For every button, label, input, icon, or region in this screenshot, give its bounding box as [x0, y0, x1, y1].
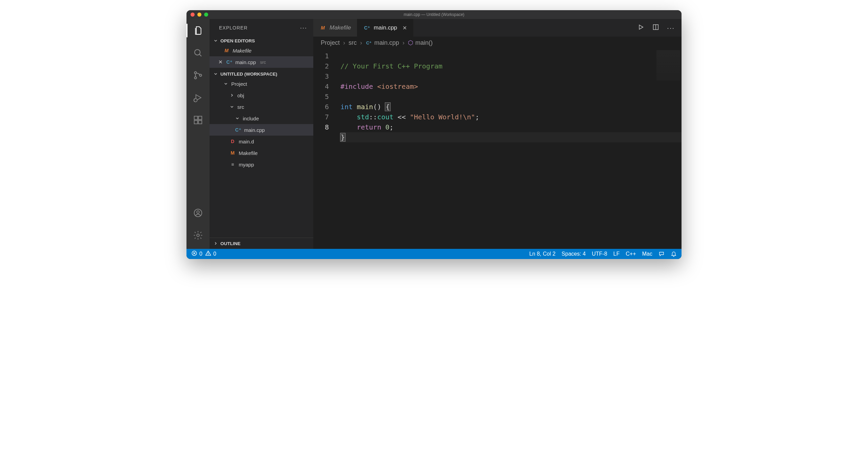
- chevron-down-icon: [229, 104, 235, 110]
- cpp-file-icon: C⁺: [235, 126, 241, 133]
- sidebar-more-icon[interactable]: ···: [300, 24, 307, 32]
- window-close-button[interactable]: [191, 13, 195, 17]
- traffic-lights: [191, 13, 208, 17]
- window-title: main.cpp — Untitled (Workspace): [186, 12, 682, 17]
- workspace-section[interactable]: UNTITLED (WORKSPACE): [210, 70, 313, 78]
- chevron-down-icon: [213, 38, 218, 43]
- tree-folder-include[interactable]: include: [210, 113, 313, 124]
- tree-file-makefile[interactable]: M Makefile: [210, 147, 313, 159]
- window-maximize-button[interactable]: [204, 13, 208, 17]
- sidebar-title: EXPLORER: [219, 25, 248, 31]
- d-file-icon: D: [229, 138, 236, 145]
- file-tree: Project obj src include C⁺ main.cpp: [210, 78, 313, 172]
- tree-label: include: [243, 116, 259, 121]
- breadcrumb-item[interactable]: Project: [321, 39, 340, 46]
- status-language-mode[interactable]: C++: [626, 251, 636, 257]
- status-bar: 0 0 Ln 8, Col 2 Spaces: 4 UTF-8 LF C++ M…: [186, 249, 682, 259]
- tab-label: Makefile: [330, 24, 351, 31]
- tree-label: myapp: [239, 162, 254, 167]
- svg-point-14: [197, 211, 199, 214]
- status-warnings[interactable]: 0: [205, 250, 216, 258]
- tab-makefile[interactable]: M Makefile: [313, 19, 357, 37]
- tab-maincpp[interactable]: C⁺ main.cpp ✕: [357, 19, 413, 37]
- svg-rect-12: [198, 116, 202, 120]
- svg-line-8: [194, 101, 195, 101]
- vscode-window: main.cpp — Untitled (Workspace): [186, 10, 682, 259]
- tree-file-maind[interactable]: D main.d: [210, 136, 313, 147]
- open-editor-label: Makefile: [233, 48, 252, 54]
- status-encoding[interactable]: UTF-8: [592, 251, 607, 257]
- chevron-right-icon: [229, 93, 235, 98]
- breadcrumb-item[interactable]: src: [349, 39, 357, 46]
- breadcrumb-item[interactable]: ⬡ main(): [408, 39, 433, 46]
- line-number-gutter: 1 2 3 4 5 6 7 8: [313, 49, 334, 249]
- chevron-down-icon: [235, 116, 240, 121]
- warning-icon: [205, 250, 211, 258]
- svg-rect-9: [194, 116, 198, 120]
- tree-file-maincpp[interactable]: C⁺ main.cpp: [210, 124, 313, 136]
- svg-rect-10: [194, 120, 198, 124]
- code-editor[interactable]: 1 2 3 4 5 6 7 8 // Your First C++ Progra…: [313, 49, 682, 249]
- sidebar-header: EXPLORER ···: [210, 19, 313, 37]
- tree-folder-project[interactable]: Project: [210, 78, 313, 90]
- open-editor-dir: src: [260, 60, 266, 65]
- status-eol[interactable]: LF: [613, 251, 620, 257]
- status-indentation[interactable]: Spaces: 4: [561, 251, 586, 257]
- run-icon[interactable]: [637, 23, 645, 32]
- chevron-right-icon: ›: [343, 39, 345, 46]
- search-icon[interactable]: [190, 45, 206, 61]
- activity-bar: [186, 19, 210, 249]
- cpp-file-icon: C⁺: [226, 59, 233, 65]
- extensions-icon[interactable]: [190, 112, 206, 128]
- close-icon[interactable]: ✕: [218, 59, 223, 65]
- breadcrumb-item[interactable]: C⁺ main.cpp: [366, 39, 399, 46]
- more-actions-icon[interactable]: ···: [667, 24, 675, 32]
- tree-label: Project: [231, 81, 247, 87]
- window-minimize-button[interactable]: [197, 13, 201, 17]
- chevron-right-icon: ›: [360, 39, 362, 46]
- source-control-icon[interactable]: [190, 67, 206, 83]
- editor-group: M Makefile C⁺ main.cpp ✕ ··· Project ›: [313, 19, 682, 249]
- makefile-icon: M: [319, 24, 326, 31]
- makefile-icon: M: [229, 150, 236, 156]
- status-errors[interactable]: 0: [191, 250, 202, 258]
- svg-point-0: [195, 49, 200, 55]
- open-editor-item[interactable]: ✕ C⁺ main.cpp src: [210, 56, 313, 68]
- makefile-icon: M: [223, 47, 230, 54]
- notifications-bell-icon[interactable]: [671, 251, 677, 257]
- svg-point-3: [194, 77, 196, 79]
- close-icon[interactable]: ✕: [402, 25, 407, 31]
- run-debug-icon[interactable]: [190, 90, 206, 106]
- outline-label: OUTLINE: [220, 241, 240, 246]
- minimap[interactable]: [656, 50, 680, 81]
- svg-marker-16: [639, 25, 643, 29]
- code-content[interactable]: // Your First C++ Program #include <iost…: [334, 49, 682, 249]
- accounts-icon[interactable]: [190, 205, 206, 221]
- split-editor-icon[interactable]: [652, 23, 659, 32]
- tree-label: main.d: [239, 139, 254, 144]
- explorer-sidebar: EXPLORER ··· OPEN EDITORS M Makefile ✕ C…: [210, 19, 313, 249]
- open-editor-label: main.cpp: [235, 59, 256, 65]
- open-editor-item[interactable]: M Makefile: [210, 45, 313, 56]
- tree-folder-src[interactable]: src: [210, 101, 313, 113]
- open-editors-list: M Makefile ✕ C⁺ main.cpp src: [210, 45, 313, 70]
- binary-file-icon: ≡: [229, 161, 236, 168]
- tree-label: main.cpp: [244, 127, 265, 133]
- status-os[interactable]: Mac: [642, 251, 652, 257]
- outline-section[interactable]: OUTLINE: [210, 238, 313, 249]
- tree-label: src: [237, 104, 244, 110]
- cpp-file-icon: C⁺: [363, 24, 370, 31]
- status-cursor-position[interactable]: Ln 8, Col 2: [529, 251, 555, 257]
- open-editors-section[interactable]: OPEN EDITORS: [210, 37, 313, 45]
- chevron-right-icon: [213, 241, 218, 246]
- chevron-right-icon: ›: [402, 39, 405, 46]
- svg-line-1: [199, 54, 201, 56]
- breadcrumbs: Project › src › C⁺ main.cpp › ⬡ main(): [313, 37, 682, 49]
- tree-label: Makefile: [239, 150, 258, 156]
- feedback-icon[interactable]: [658, 251, 665, 257]
- explorer-icon[interactable]: [190, 22, 206, 39]
- svg-line-7: [194, 99, 195, 100]
- tree-folder-obj[interactable]: obj: [210, 90, 313, 101]
- tree-file-myapp[interactable]: ≡ myapp: [210, 159, 313, 170]
- settings-gear-icon[interactable]: [190, 227, 206, 243]
